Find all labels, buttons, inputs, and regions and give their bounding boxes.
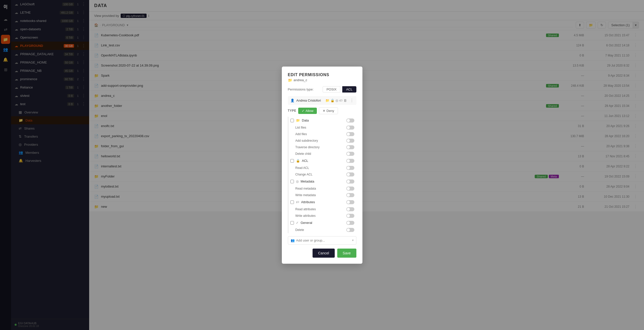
perm-toggle-delete-child[interactable] — [346, 152, 354, 156]
perm-sub-label: List files — [295, 126, 346, 129]
section-icon: ✓ — [296, 221, 299, 225]
section-checkbox[interactable] — [290, 180, 294, 183]
type-label: TYPE — [288, 109, 296, 112]
add-user-input[interactable] — [296, 238, 351, 242]
perm-section-general: ✓ General Delete — [288, 219, 356, 233]
perm-sub-label: Write attributes — [295, 214, 346, 218]
perm-sub-label: Delete — [295, 228, 346, 232]
modal-folder-name: andrea_c — [294, 78, 307, 82]
allow-button[interactable]: ✓ Allow — [298, 108, 317, 114]
perm-sub-label: Write metadata — [295, 193, 346, 197]
acl-type-button[interactable]: ACL — [342, 86, 356, 93]
section-checkbox[interactable] — [290, 200, 294, 204]
perm-section-header: 🔒 ACL — [288, 157, 356, 165]
perm-section-header: ✓ General — [288, 219, 356, 227]
section-checkbox[interactable] — [290, 221, 294, 225]
perm-section-header: ◎ Metadata — [288, 178, 356, 185]
permissions-type-label: Permissions type: — [288, 87, 321, 91]
perm-sub-row: Read attributes — [288, 206, 356, 213]
perm-toggle-write-attributes[interactable] — [346, 214, 354, 218]
perm-toggle-add-files[interactable] — [346, 132, 354, 136]
perm-sub-row: Read metadata — [288, 185, 356, 192]
perm-section-metadata: ◎ Metadata Read metadata Write metadata — [288, 178, 356, 198]
permissions-type-row: Permissions type: POSIX ACL — [288, 86, 356, 93]
allow-check-icon: ✓ — [302, 109, 304, 113]
deny-button[interactable]: ✕ Deny — [319, 107, 338, 114]
save-button[interactable]: Save — [337, 249, 356, 258]
add-user-icon: 👥 — [291, 238, 295, 242]
user-more-button[interactable]: ⋮ — [350, 98, 354, 103]
section-icon: 🏷 — [296, 200, 299, 204]
perm-toggle-traverse-directory[interactable] — [346, 145, 354, 149]
perm-delete-icon[interactable]: 🗑 — [344, 99, 347, 102]
section-main-toggle[interactable] — [346, 159, 354, 163]
edit-permissions-modal: EDIT PERMISSIONS 📁 andrea_c Permissions … — [282, 67, 362, 264]
add-user-row[interactable]: 👥 ▾ — [288, 236, 356, 245]
perm-sub-row: Write metadata — [288, 192, 356, 198]
perm-folder-icon[interactable]: 📁 — [325, 99, 329, 102]
perm-sub-row: Add files — [288, 131, 356, 137]
perm-sub-label: Read attributes — [295, 207, 346, 211]
perm-section-header: 🏷 Attributes — [288, 198, 356, 206]
perm-toggle-read-attributes[interactable] — [346, 207, 354, 211]
perm-sub-label: Delete child — [295, 152, 346, 156]
perm-toggle-delete[interactable] — [346, 228, 354, 232]
section-name: General — [301, 221, 344, 225]
perm-sub-row: Add subdirectory — [288, 137, 356, 144]
perm-toggle-change-acl[interactable] — [346, 172, 354, 176]
posix-type-button[interactable]: POSIX — [323, 86, 340, 93]
perm-sub-row: List files — [288, 124, 356, 131]
perm-sub-row: Write attributes — [288, 213, 356, 219]
modal-folder: 📁 andrea_c — [288, 78, 356, 82]
perm-sub-label: Read metadata — [295, 187, 346, 190]
perm-toggle-write-metadata[interactable] — [346, 193, 354, 197]
add-user-dropdown-arrow[interactable]: ▾ — [352, 238, 354, 242]
perm-sub-label: Read ACL — [295, 166, 346, 170]
section-name: Data — [302, 118, 344, 122]
section-icon: ◎ — [296, 179, 299, 183]
perm-sub-row: Read ACL — [288, 165, 356, 171]
perm-sub-label: Change ACL — [295, 173, 346, 176]
perm-lock-icon[interactable]: 🔒 — [330, 99, 334, 102]
perm-sub-label: Add subdirectory — [295, 139, 346, 142]
deny-x-icon: ✕ — [323, 109, 325, 113]
perm-toggle-list-files[interactable] — [346, 126, 354, 130]
section-name: ACL — [302, 159, 344, 163]
perm-tag-icon[interactable]: 🏷 — [339, 99, 343, 102]
section-checkbox[interactable] — [290, 119, 294, 122]
section-main-toggle[interactable] — [346, 179, 354, 184]
section-name: Metadata — [301, 179, 344, 183]
perm-toggle-read-metadata[interactable] — [346, 187, 354, 191]
section-icon: 🔒 — [296, 159, 300, 163]
type-row: TYPE ✓ Allow ✕ Deny — [288, 107, 356, 114]
perm-section-attributes: 🏷 Attributes Read attributes Write attri… — [288, 198, 356, 219]
perm-section-acl: 🔒 ACL Read ACL Change ACL — [288, 157, 356, 178]
perm-section-header: 📁 Data — [288, 117, 356, 124]
perm-sub-label: Traverse directory — [295, 145, 346, 149]
modal-title: EDIT PERMISSIONS — [288, 73, 356, 77]
perm-sub-row: Traverse directory — [288, 144, 356, 151]
perm-sub-row: Delete child — [288, 151, 356, 157]
perm-section-data: 📁 Data List files Add files Add subdir — [288, 117, 356, 157]
section-main-toggle[interactable] — [346, 118, 354, 123]
folder-icon: 📁 — [288, 78, 292, 82]
perm-sections: 📁 Data List files Add files Add subdir — [288, 117, 356, 233]
cancel-button[interactable]: Cancel — [313, 249, 335, 258]
section-checkbox[interactable] — [290, 159, 294, 163]
perm-toggle-add-subdirectory[interactable] — [346, 139, 354, 143]
user-row: 👤 Andrea Cristofori 📁 🔒 ◎ 🏷 🗑 ⋮ — [288, 96, 356, 105]
user-name: Andrea Cristofori — [296, 99, 323, 102]
modal-actions: Cancel Save — [288, 249, 356, 258]
modal-overlay: EDIT PERMISSIONS 📁 andrea_c Permissions … — [0, 0, 644, 330]
user-perm-icons: 📁 🔒 ◎ 🏷 🗑 — [325, 99, 347, 102]
user-avatar-icon: 👤 — [290, 99, 294, 102]
perm-sub-row: Change ACL — [288, 171, 356, 178]
perm-circle-icon[interactable]: ◎ — [335, 99, 338, 102]
section-icon: 📁 — [296, 118, 300, 122]
section-name: Attributes — [301, 200, 344, 204]
section-main-toggle[interactable] — [346, 221, 354, 225]
perm-sub-row: Delete — [288, 227, 356, 233]
perm-toggle-read-acl[interactable] — [346, 166, 354, 170]
section-main-toggle[interactable] — [346, 200, 354, 204]
perm-sub-label: Add files — [295, 132, 346, 136]
